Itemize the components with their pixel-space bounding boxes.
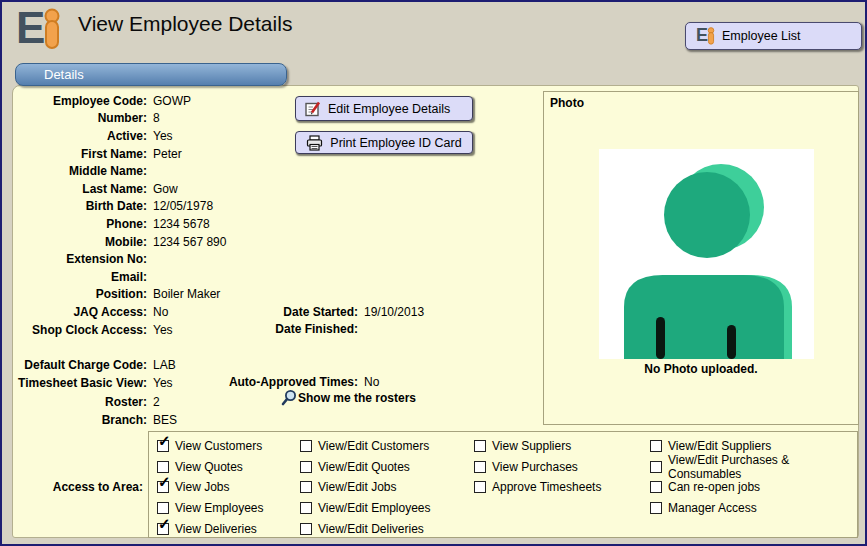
access-checkbox-label: View/Edit Suppliers bbox=[668, 439, 771, 453]
checkbox-unchecked-icon[interactable] bbox=[300, 481, 312, 493]
access-column: View/Edit SuppliersView/Edit Purchases &… bbox=[650, 436, 857, 518]
field-label: Email: bbox=[15, 270, 147, 284]
print-employee-id-card-button[interactable]: Print Employee ID Card bbox=[295, 131, 473, 154]
field-value: Yes bbox=[147, 376, 173, 390]
checkbox-unchecked-icon[interactable] bbox=[300, 502, 312, 514]
checkbox-unchecked-icon[interactable] bbox=[650, 481, 662, 493]
field-row: Birth Date:12/05/1978 bbox=[15, 198, 315, 216]
field-value: 1234 5678 bbox=[147, 217, 210, 231]
window: E View Employee Details E Employee List … bbox=[0, 0, 867, 546]
field-label: Middle Name: bbox=[15, 164, 147, 178]
field-label: Phone: bbox=[15, 217, 147, 231]
access-checkbox-item[interactable]: View Suppliers bbox=[474, 436, 601, 457]
tab-details-label: Details bbox=[44, 67, 84, 82]
field-label: Position: bbox=[15, 287, 147, 301]
access-checkbox-label: View/Edit Employees bbox=[318, 501, 431, 515]
checkbox-unchecked-icon[interactable] bbox=[650, 502, 662, 514]
access-checkbox-label: Can re-open jobs bbox=[668, 480, 760, 494]
logo-letter-e: E bbox=[16, 8, 43, 48]
field-value: Yes bbox=[147, 323, 173, 337]
checkmark-icon: ✓ bbox=[158, 474, 171, 489]
field-value: BES bbox=[147, 413, 177, 427]
checkbox-unchecked-icon[interactable] bbox=[157, 502, 169, 514]
access-column: View/Edit CustomersView/Edit QuotesView/… bbox=[300, 436, 431, 539]
employee-dates: Date Started:19/10/2013Date Finished: bbox=[173, 303, 503, 338]
field-row: Mobile:1234 567 890 bbox=[15, 233, 315, 251]
checkbox-unchecked-icon[interactable] bbox=[300, 523, 312, 535]
access-checkbox-item[interactable]: View/Edit Quotes bbox=[300, 457, 431, 478]
field-label: Timesheet Basic View: bbox=[15, 376, 147, 390]
access-checkbox-item[interactable]: View/Edit Employees bbox=[300, 498, 431, 519]
access-checkbox-item[interactable]: View Employees bbox=[157, 498, 264, 519]
field-label: JAQ Access: bbox=[15, 305, 147, 319]
checkbox-checked-icon[interactable]: ✓ bbox=[157, 481, 169, 493]
tab-details[interactable]: Details bbox=[15, 63, 287, 86]
access-checkbox-item[interactable]: Approve Timesheets bbox=[474, 477, 601, 498]
access-checkbox-label: View/Edit Jobs bbox=[318, 480, 397, 494]
field-label: Employee Code: bbox=[15, 94, 147, 108]
checkbox-unchecked-icon[interactable] bbox=[474, 481, 486, 493]
checkbox-unchecked-icon[interactable] bbox=[300, 440, 312, 452]
field-value: 12/05/1978 bbox=[147, 199, 213, 213]
access-checkbox-label: View/Edit Quotes bbox=[318, 460, 410, 474]
field-row: Active:Yes bbox=[15, 127, 315, 145]
checkbox-unchecked-icon[interactable] bbox=[157, 461, 169, 473]
show-rosters-label: Show me the rosters bbox=[298, 391, 416, 405]
field-label: Mobile: bbox=[15, 235, 147, 249]
field-value: LAB bbox=[147, 358, 176, 372]
access-checkbox-label: View/Edit Deliveries bbox=[318, 522, 424, 536]
checkbox-checked-icon[interactable]: ✓ bbox=[157, 440, 169, 452]
field-row: Default Charge Code:LAB bbox=[15, 356, 315, 374]
field-row: First Name:Peter bbox=[15, 145, 315, 163]
field-row: Last Name:Gow bbox=[15, 180, 315, 198]
photo-caption: No Photo uploaded. bbox=[544, 362, 858, 376]
access-checkbox-item[interactable]: View/Edit Jobs bbox=[300, 477, 431, 498]
checkbox-unchecked-icon[interactable] bbox=[650, 440, 662, 452]
access-checkbox-item[interactable]: ✓View Deliveries bbox=[157, 518, 264, 539]
access-checkbox-item[interactable]: View/Edit Purchases & Consumables bbox=[650, 457, 857, 478]
field-value: No bbox=[147, 305, 168, 319]
field-value: Peter bbox=[147, 147, 182, 161]
access-checkbox-item[interactable]: View/Edit Deliveries bbox=[300, 518, 431, 539]
field-row: Extension No: bbox=[15, 250, 315, 268]
field-label: Shop Clock Access: bbox=[15, 323, 147, 337]
access-checkbox-item[interactable]: ✓View Jobs bbox=[157, 477, 264, 498]
checkbox-checked-icon[interactable]: ✓ bbox=[157, 523, 169, 535]
field-label: Default Charge Code: bbox=[15, 358, 147, 372]
checkbox-unchecked-icon[interactable] bbox=[300, 461, 312, 473]
checkbox-unchecked-icon[interactable] bbox=[650, 461, 662, 473]
field-value: 2 bbox=[147, 395, 160, 409]
field-value: No bbox=[358, 375, 379, 389]
app-logo-icon: E bbox=[16, 8, 61, 50]
access-checkbox-item[interactable]: View Purchases bbox=[474, 457, 601, 478]
field-row: Date Started:19/10/2013 bbox=[173, 303, 503, 321]
field-label: Date Started: bbox=[173, 305, 358, 319]
access-checkbox-label: View/Edit Customers bbox=[318, 439, 429, 453]
details-panel: Employee Code:GOWPNumber:8Active:YesFirs… bbox=[12, 85, 859, 538]
field-row: Date Finished: bbox=[173, 321, 503, 339]
access-checkbox-label: View Employees bbox=[175, 501, 264, 515]
access-checkbox-item[interactable]: ✓View Customers bbox=[157, 436, 264, 457]
access-checkbox-label: Manager Access bbox=[668, 501, 757, 515]
field-row: Number:8 bbox=[15, 110, 315, 128]
access-checkbox-label: View Deliveries bbox=[175, 522, 257, 536]
checkbox-unchecked-icon[interactable] bbox=[474, 440, 486, 452]
field-row: Email: bbox=[15, 268, 315, 286]
employee-list-label: Employee List bbox=[722, 29, 801, 43]
checkbox-unchecked-icon[interactable] bbox=[474, 461, 486, 473]
employee-list-icon: E bbox=[696, 27, 715, 45]
access-checkbox-item[interactable]: View/Edit Customers bbox=[300, 436, 431, 457]
person-placeholder-graphic bbox=[599, 149, 814, 359]
field-label: Extension No: bbox=[15, 252, 147, 266]
photo-section: Photo No Photo uploaded. bbox=[543, 91, 859, 425]
access-checkbox-item[interactable]: View Quotes bbox=[157, 457, 264, 478]
field-value: Gow bbox=[147, 182, 178, 196]
edit-button-label: Edit Employee Details bbox=[328, 102, 450, 116]
access-checkbox-label: View/Edit Purchases & Consumables bbox=[668, 453, 857, 481]
employee-fields-main: Employee Code:GOWPNumber:8Active:YesFirs… bbox=[15, 92, 315, 338]
employee-list-button[interactable]: E Employee List bbox=[685, 22, 862, 50]
show-rosters-link[interactable]: Show me the rosters bbox=[281, 389, 416, 406]
edit-employee-details-button[interactable]: Edit Employee Details bbox=[295, 96, 473, 121]
access-checkbox-item[interactable]: Manager Access bbox=[650, 498, 857, 519]
field-row: Branch:BES bbox=[15, 411, 315, 429]
